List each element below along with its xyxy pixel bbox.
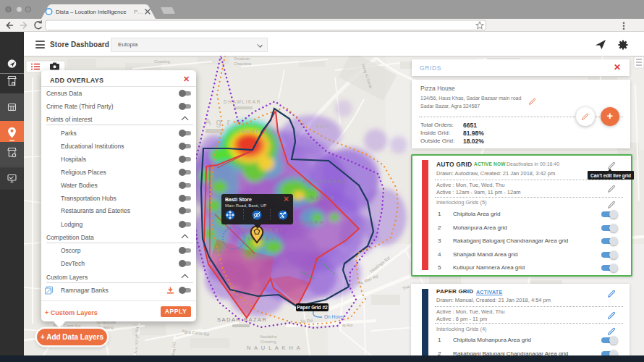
svg-text:Chaurana: Chaurana — [234, 62, 252, 66]
svg-text:On Hover: On Hover — [324, 314, 345, 319]
svg-text:PWD: PWD — [316, 124, 329, 129]
svg-text:Basti Store: Basti Store — [225, 197, 252, 202]
svg-text:Taj Rd: Taj Rd — [300, 319, 313, 324]
svg-text:Omakran: Omakran — [234, 56, 250, 61]
svg-text:Paper Grid #2: Paper Grid #2 — [297, 305, 328, 311]
svg-text:Crossing: Crossing — [154, 59, 170, 64]
svg-text:P…: P… — [134, 9, 143, 15]
svg-text:Dista – Location Intelligence: Dista – Location Intelligence — [56, 9, 127, 15]
svg-text:N A U L A K H A: N A U L A K H A — [247, 345, 301, 351]
svg-text:aj Rd: aj Rd — [342, 323, 352, 327]
svg-text:A g r a: A g r a — [205, 117, 242, 127]
svg-text:DHAWLIKAR: DHAWLIKAR — [224, 99, 261, 104]
svg-text:Crossing: Crossing — [260, 340, 276, 344]
svg-text:Naulakha: Naulakha — [260, 334, 277, 339]
svg-text:Main Road, Basti, UP: Main Road, Basti, UP — [225, 203, 266, 208]
